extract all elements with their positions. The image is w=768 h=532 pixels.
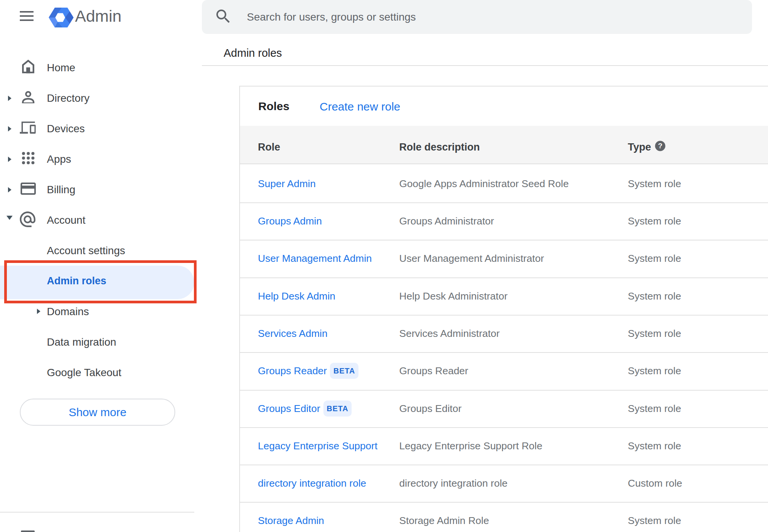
svg-text:?: ? <box>658 142 662 150</box>
